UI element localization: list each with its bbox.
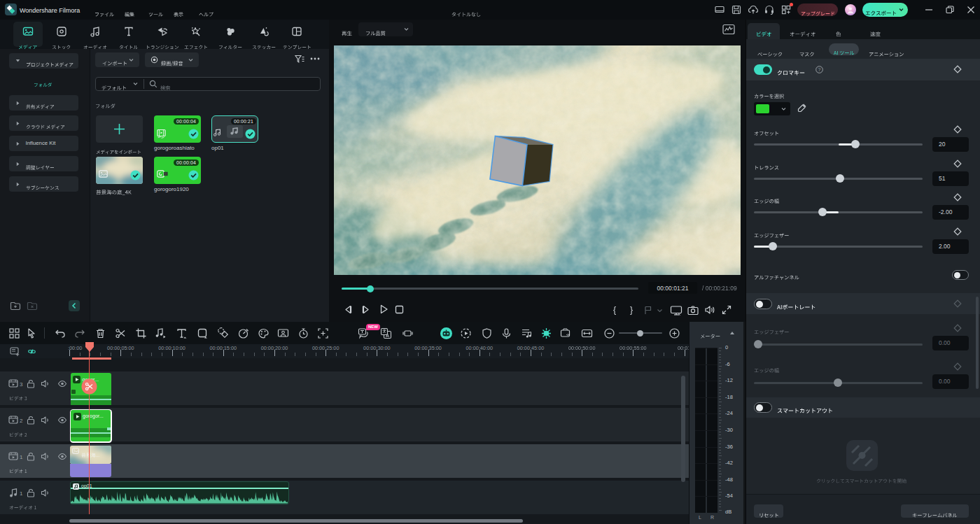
svg-text:?: ? [818, 67, 821, 72]
